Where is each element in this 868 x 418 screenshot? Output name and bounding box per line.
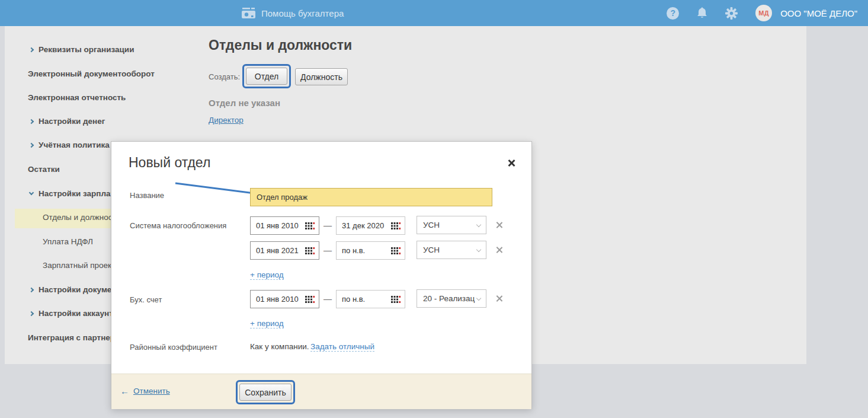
tax-system-label: Система налогообложения <box>130 221 226 230</box>
sidebar-item-label: Учётная политика <box>39 141 110 149</box>
range-separator: — <box>324 294 332 304</box>
set-different-coefficient-link[interactable]: Задать отличный <box>310 342 374 352</box>
account-select[interactable]: 20 - Реализац <box>417 289 486 308</box>
chevron-down-icon <box>476 247 481 252</box>
sidebar-item-accounting-policy[interactable]: Учётная политика <box>30 141 110 149</box>
close-icon[interactable] <box>507 159 515 167</box>
date-input[interactable] <box>251 217 303 234</box>
sidebar-item-label: Настройки зарплаты <box>39 189 121 198</box>
modal-footer: ← Отменить Сохранить <box>111 374 531 409</box>
calendar-grid-icon[interactable] <box>391 247 401 254</box>
notifications-button[interactable] <box>697 7 707 19</box>
select-value: УСН <box>423 245 440 254</box>
sidebar-item-salary-project[interactable]: Зарплатный проект <box>43 261 115 270</box>
account-period-to-date[interactable] <box>336 290 405 308</box>
sidebar-item-departments-positions[interactable]: Отделы и должности <box>43 213 120 222</box>
cancel-link[interactable]: Отменить <box>133 387 170 395</box>
account-period-from-date[interactable] <box>250 290 319 308</box>
sidebar-item-account-settings[interactable]: Настройки аккаунта <box>30 309 117 318</box>
date-input[interactable] <box>337 242 389 259</box>
tax-period1-to-date[interactable] <box>336 216 405 235</box>
account-label: Бух. счет <box>130 295 162 304</box>
chevron-down-icon <box>29 190 34 195</box>
sidebar-item-label: Реквизиты организации <box>39 45 134 54</box>
sidebar-item-label: Отделы и должности <box>43 213 120 222</box>
sidebar-item-money-settings[interactable]: Настройки денег <box>30 117 105 126</box>
sidebar-item-ereporting[interactable]: Электронная отчетность <box>28 93 126 102</box>
new-department-modal: Новый отдел Название Система налогооблож… <box>111 141 532 409</box>
calendar-grid-icon[interactable] <box>305 247 315 254</box>
tax-system-select-2[interactable]: УСН <box>417 241 486 259</box>
calendar-grid-icon[interactable] <box>305 222 315 229</box>
sidebar-item-balances[interactable]: Остатки <box>28 165 60 174</box>
save-button[interactable]: Сохранить <box>239 384 292 401</box>
company-name[interactable]: ООО "МОЁ ДЕЛО" <box>780 8 857 18</box>
remove-row-icon[interactable] <box>495 295 503 302</box>
product-switcher[interactable]: Помощь бухгалтера <box>242 0 344 26</box>
district-coefficient-label: Районный коэффициент <box>130 343 217 352</box>
chevron-right-icon <box>29 119 34 123</box>
bell-icon <box>697 7 707 19</box>
sidebar-item-label: Уплата НДФЛ <box>43 237 93 246</box>
product-label: Помощь бухгалтера <box>261 8 344 18</box>
tax-period1-from-date[interactable] <box>250 216 319 235</box>
select-value: УСН <box>423 221 440 229</box>
chevron-right-icon <box>29 311 34 315</box>
name-label: Название <box>130 191 164 200</box>
add-period-label: + период <box>250 270 284 280</box>
sidebar-item-label: Настройки аккаунта <box>39 309 117 318</box>
chevron-down-icon <box>476 296 481 301</box>
avatar-initials: МД <box>758 9 769 17</box>
calendar-grid-icon[interactable] <box>391 296 401 303</box>
add-period-label: + период <box>250 319 284 328</box>
header-actions: ? <box>667 0 857 26</box>
chevron-right-icon <box>29 287 34 292</box>
add-account-period-link[interactable]: + период <box>250 319 284 328</box>
settings-button[interactable] <box>725 7 738 20</box>
cancel-link-wrap[interactable]: ← Отменить <box>120 386 170 396</box>
range-separator: — <box>324 221 332 230</box>
range-separator: — <box>324 245 332 255</box>
add-tax-period-link[interactable]: + период <box>250 270 284 279</box>
top-header-bar: Помощь бухгалтера ? <box>0 0 868 26</box>
sidebar-item-salary-settings[interactable]: Настройки зарплаты <box>30 189 121 198</box>
back-arrow-icon: ← <box>120 386 129 396</box>
calendar-grid-icon[interactable] <box>391 222 401 229</box>
calendar-grid-icon[interactable] <box>305 296 315 303</box>
department-group-title: Отдел не указан <box>209 98 280 108</box>
date-input[interactable] <box>251 242 303 259</box>
modal-title: Новый отдел <box>129 155 210 171</box>
save-button-focus-ring: Сохранить <box>236 380 295 404</box>
date-input[interactable] <box>337 217 389 234</box>
tax-period2-to-date[interactable] <box>336 241 405 260</box>
chevron-right-icon <box>29 142 34 147</box>
tax-period2-from-date[interactable] <box>250 241 319 260</box>
remove-row-icon[interactable] <box>495 246 503 254</box>
sidebar-item-requisites[interactable]: Реквизиты организации <box>30 45 134 54</box>
tax-system-select-1[interactable]: УСН <box>417 216 486 234</box>
help-glyph: ? <box>670 8 675 18</box>
chevron-down-icon <box>476 222 481 227</box>
gear-icon <box>725 7 738 20</box>
sidebar-item-label: Зарплатный проект <box>43 261 115 270</box>
create-department-button[interactable]: Отдел <box>246 68 287 85</box>
company-avatar[interactable]: МД <box>755 5 772 21</box>
date-input[interactable] <box>337 291 389 308</box>
cash-register-icon <box>242 8 255 18</box>
page-title: Отделы и должности <box>209 37 352 53</box>
date-input[interactable] <box>251 291 303 308</box>
department-name-input[interactable] <box>250 188 492 206</box>
position-link-director[interactable]: Директор <box>209 116 244 125</box>
sidebar-item-edo[interactable]: Электронный документооборот <box>28 69 155 78</box>
remove-row-icon[interactable] <box>495 221 503 229</box>
select-value: 20 - Реализац <box>423 294 475 303</box>
create-position-button[interactable]: Должность <box>295 68 348 85</box>
chevron-right-icon <box>29 47 34 52</box>
sidebar-item-label: Электронная отчетность <box>28 93 126 102</box>
sidebar-item-label: Электронный документооборот <box>28 69 155 78</box>
help-icon[interactable]: ? <box>667 7 679 20</box>
sidebar-item-label: Настройки денег <box>39 117 105 126</box>
screen: Помощь бухгалтера ? <box>0 0 868 418</box>
sidebar-item-ndfl-payment[interactable]: Уплата НДФЛ <box>43 237 93 246</box>
create-label: Создать: <box>209 72 240 81</box>
